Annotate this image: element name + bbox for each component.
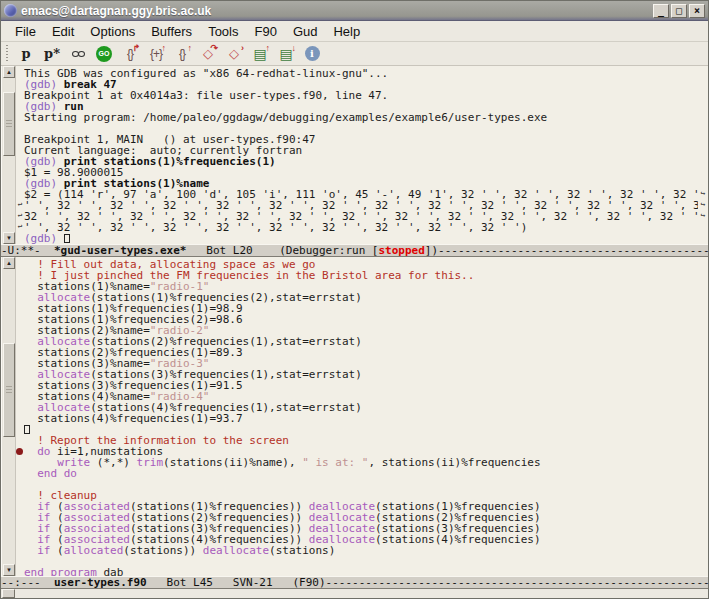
close-button[interactable]: × <box>689 4 705 18</box>
right-fringe <box>698 424 708 435</box>
buffer-line: stations(1)%frequencies(1)=98.9 <box>16 303 708 314</box>
gud-info-icon[interactable]: i <box>299 44 325 64</box>
gud-print-deref-icon[interactable]: p* <box>39 44 65 64</box>
menu-tools[interactable]: Tools <box>200 22 246 41</box>
gud-step-line-icon-glyph: {+} <box>150 47 162 61</box>
scroll-up-icon[interactable]: ▲ <box>3 66 15 78</box>
gud-info-icon-glyph: i <box>305 46 320 61</box>
left-fringe <box>16 123 24 134</box>
right-fringe <box>698 556 708 567</box>
breakpoint-icon[interactable] <box>16 448 23 455</box>
echo-scrollbar-stub <box>2 589 15 598</box>
line-text: stations(3)%frequencies(1)=91.5 <box>24 380 698 391</box>
buffer-line: (gdb) print stations(1)%frequencies(1) <box>16 156 708 167</box>
left-fringe <box>16 325 24 336</box>
buffer-line: end program dab <box>16 567 708 576</box>
buffer-line: ↩32 ' ', 32 ' ', 32 ' ', 32 ' ', 32 ' ',… <box>16 211 708 222</box>
gud-down-frame-icon[interactable]: ▤↓ <box>273 44 299 64</box>
line-text <box>24 479 698 490</box>
line-text: stations(2)%frequencies(1)=89.3 <box>24 347 698 358</box>
modeline-dashes: ----------------------------------------… <box>326 576 708 589</box>
buffer-line: stations(4)%frequencies(1)=93.7 <box>16 413 708 424</box>
gud-print-deref-icon-glyph: p* <box>44 46 60 61</box>
line-text: ! Fill out data, allocating space as we … <box>24 259 698 270</box>
line-text: if (associated(stations(4)%frequencies))… <box>24 534 698 545</box>
buffer-line: This GDB was configured as "x86_64-redha… <box>16 68 708 79</box>
gud-until-icon[interactable]: ◇› <box>221 44 247 64</box>
menu-help[interactable]: Help <box>325 22 368 41</box>
toolbar-grip[interactable] <box>5 45 9 63</box>
menu-file[interactable]: File <box>7 22 44 41</box>
gud-next-line-icon[interactable]: {}↱ <box>117 44 143 64</box>
scroll-down-icon[interactable]: ▼ <box>3 564 15 576</box>
menu-edit[interactable]: Edit <box>44 22 82 41</box>
modeline-buffer-name[interactable]: *gud-user-types.exe* <box>54 244 186 257</box>
source-buffer-window[interactable]: ▲ ▼ ! Fill out data, allocating space as… <box>1 257 708 576</box>
left-fringe <box>16 490 24 501</box>
line-text: ! I just pinched the FM frequencies in t… <box>24 270 698 281</box>
right-fringe <box>698 314 708 325</box>
scroll-up-icon[interactable]: ▲ <box>3 257 15 269</box>
gud-toolbar: pp*GO{}↱{+}↑{}↑◇↷◇›▤↑▤↓i <box>1 42 708 66</box>
buffer-line: write (*,*) trim(stations(ii)%name), " i… <box>16 457 708 468</box>
gud-go-icon[interactable]: GO <box>91 44 117 64</box>
gud-watch-icon[interactable] <box>65 44 91 64</box>
line-text: Breakpoint 1 at 0x4014a3: file user-type… <box>24 90 698 101</box>
source-scrollbar[interactable]: ▲ ▼ <box>1 257 16 576</box>
gud-print-icon-glyph: p <box>21 46 30 61</box>
left-fringe <box>16 233 24 244</box>
echo-area[interactable] <box>1 589 708 598</box>
left-fringe <box>16 556 24 567</box>
buffer-line: Starting program: /home/paleo/ggdagw/deb… <box>16 112 708 123</box>
menu-buffers[interactable]: Buffers <box>143 22 200 41</box>
gud-finish-icon[interactable]: {}↑ <box>169 44 195 64</box>
source-buffer-text[interactable]: ! Fill out data, allocating space as we … <box>16 257 708 576</box>
modeline-mode-close: ]) <box>425 244 438 257</box>
menu-options[interactable]: Options <box>82 22 143 41</box>
menu-f90[interactable]: F90 <box>246 22 284 41</box>
buffer-line: allocate(stations(3)%frequencies(1),stat… <box>16 369 708 380</box>
modeline-flags: -U:**- <box>1 244 54 257</box>
source-scroll-thumb[interactable] <box>3 343 15 437</box>
gud-up-frame-icon[interactable]: ▤↑ <box>247 44 273 64</box>
line-text: stations(1)%frequencies(1)=98.9 <box>24 303 698 314</box>
menu-gud[interactable]: Gud <box>285 22 326 41</box>
line-text: write (*,*) trim(stations(ii)%name), " i… <box>24 457 698 468</box>
buffer-line <box>16 424 708 435</box>
gdb-scrollbar[interactable]: ▲ ▼ <box>1 66 16 244</box>
gdb-modeline[interactable]: -U:**- *gud-user-types.exe* Bot L20 (Deb… <box>1 244 708 257</box>
emacs-window: emacs@dartagnan.ggy.bris.ac.uk _ □ × Fil… <box>0 0 709 599</box>
line-text: stations(1)%frequencies(2)=98.6 <box>24 314 698 325</box>
window-controls: _ □ × <box>653 4 705 18</box>
gdb-buffer-window[interactable]: ▲ ▼ This GDB was configured as "x86_64-r… <box>1 66 708 244</box>
left-fringe <box>16 68 24 79</box>
scroll-down-icon[interactable]: ▼ <box>3 232 15 244</box>
left-fringe <box>16 523 24 534</box>
gud-cont-icon[interactable]: ◇↷ <box>195 44 221 64</box>
right-fringe <box>698 523 708 534</box>
line-text: if (associated(stations(3)%frequencies))… <box>24 523 698 534</box>
right-fringe <box>698 347 708 358</box>
line-text: (gdb) print stations(1)%frequencies(1) <box>24 156 698 167</box>
left-fringe <box>16 501 24 512</box>
titlebar[interactable]: emacs@dartagnan.ggy.bris.ac.uk _ □ × <box>1 1 708 21</box>
minimize-button[interactable]: _ <box>653 4 669 18</box>
source-modeline[interactable]: --:--- user-types.f90 Bot L45 SVN-21 (F9… <box>1 576 708 589</box>
gud-print-icon[interactable]: p <box>13 44 39 64</box>
modeline-dashes: ----------------------------------------… <box>438 244 708 257</box>
left-fringe[interactable] <box>16 446 24 457</box>
right-fringe <box>698 222 708 233</box>
gdb-scroll-thumb[interactable] <box>3 92 15 156</box>
gdb-buffer-text[interactable]: This GDB was configured as "x86_64-redha… <box>16 66 708 244</box>
left-fringe <box>16 402 24 413</box>
gud-step-line-icon[interactable]: {+}↑ <box>143 44 169 64</box>
line-text: stations(1)%name="radio-1" <box>24 281 698 292</box>
right-fringe <box>698 545 708 556</box>
left-fringe <box>16 336 24 347</box>
right-fringe <box>698 292 708 303</box>
line-text: stations(4)%name="radio-4" <box>24 391 698 402</box>
arrow: › <box>241 43 244 53</box>
modeline-buffer-name[interactable]: user-types.f90 <box>54 576 147 589</box>
modeline-mode: (Debugger:run [ <box>279 244 378 257</box>
maximize-button[interactable]: □ <box>671 4 687 18</box>
